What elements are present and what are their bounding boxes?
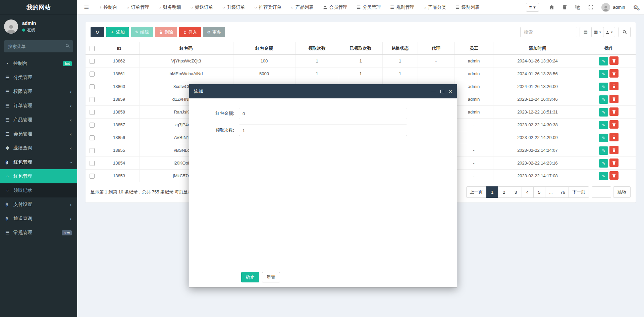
column-header[interactable]: 领取次数 xyxy=(295,42,339,55)
navbar-item[interactable]: ○产品列表 xyxy=(286,0,318,15)
row-checkbox[interactable] xyxy=(90,84,95,89)
table-search-input[interactable] xyxy=(520,27,577,37)
navbar-item[interactable]: ☰分类管理 xyxy=(352,0,386,15)
view-toggle-button[interactable]: ▤ xyxy=(580,27,592,37)
hamburger-icon[interactable]: ☰ xyxy=(84,4,89,11)
sidebar-item[interactable]: ☰权限管理‹ xyxy=(0,85,77,99)
column-header[interactable]: 兑换状态 xyxy=(382,42,418,55)
sidebar-item[interactable]: ฿支付设置‹ xyxy=(0,197,77,212)
edit-button[interactable]: ✎编辑 xyxy=(131,27,153,37)
jump-button[interactable]: 跳转 xyxy=(613,186,631,198)
row-checkbox[interactable] xyxy=(90,123,95,128)
row-delete-button[interactable] xyxy=(609,82,619,90)
row-checkbox[interactable] xyxy=(90,174,95,179)
add-button[interactable]: ＋添加 xyxy=(106,27,129,37)
page-button[interactable]: 4 xyxy=(522,186,534,198)
dialog-titlebar[interactable]: 添加 — × xyxy=(189,84,457,98)
home-button[interactable] xyxy=(549,5,554,10)
navbar-item[interactable]: 会员管理 xyxy=(318,0,352,15)
row-edit-button[interactable]: ✎ xyxy=(599,95,608,104)
row-edit-button[interactable]: ✎ xyxy=(599,108,608,117)
column-header[interactable]: 红包金额 xyxy=(233,42,295,55)
row-edit-button[interactable]: ✎ xyxy=(599,83,608,91)
close-icon[interactable]: × xyxy=(449,89,452,94)
menu-dropdown-button[interactable]: ≡▾ xyxy=(526,3,539,12)
row-delete-button[interactable] xyxy=(609,133,619,141)
column-header[interactable]: 代理 xyxy=(418,42,454,55)
field-input[interactable] xyxy=(239,108,407,119)
prev-page-button[interactable]: 上一页 xyxy=(466,186,487,198)
sidebar-item[interactable]: ☰常规管理new xyxy=(0,226,77,240)
column-header[interactable]: 员工 xyxy=(454,42,493,55)
page-button[interactable]: 2 xyxy=(498,186,510,198)
page-button[interactable]: 76 xyxy=(557,186,569,198)
row-edit-button[interactable]: ✎ xyxy=(599,70,608,78)
sidebar-search-input[interactable] xyxy=(4,40,73,52)
search-toggle-button[interactable] xyxy=(619,27,631,37)
page-button[interactable]: 1 xyxy=(486,186,498,198)
export-dropdown-button[interactable]: ▾ xyxy=(603,27,615,37)
sidebar-item[interactable]: ✱业绩查询‹ xyxy=(0,141,77,155)
row-delete-button[interactable] xyxy=(609,171,619,180)
navbar-item[interactable]: ○推荐奖订单 xyxy=(250,0,286,15)
page-button[interactable]: 5 xyxy=(533,186,545,198)
row-checkbox[interactable] xyxy=(90,110,95,115)
more-button[interactable]: ⚙更多 xyxy=(203,27,225,37)
column-header[interactable]: 操作 xyxy=(582,42,636,55)
next-page-button[interactable]: 下一页 xyxy=(569,186,589,198)
user-menu[interactable]: admin xyxy=(601,3,625,12)
trash-button[interactable] xyxy=(562,5,567,10)
maximize-icon[interactable] xyxy=(440,90,444,93)
select-all-checkbox[interactable] xyxy=(90,46,95,51)
import-button[interactable]: ↥导入 xyxy=(179,27,201,37)
navbar-item[interactable]: ○财务明细 xyxy=(154,0,186,15)
column-header[interactable]: 已领取次数 xyxy=(339,42,382,55)
row-edit-button[interactable]: ✎ xyxy=(599,146,608,155)
sidebar-item[interactable]: ◔控制台hot xyxy=(0,56,77,71)
settings-gears-icon[interactable]: ⚙⚙ xyxy=(633,4,638,10)
field-input[interactable] xyxy=(239,125,407,136)
row-delete-button[interactable] xyxy=(609,120,619,129)
row-delete-button[interactable] xyxy=(609,56,619,65)
columns-button[interactable]: ▦▾ xyxy=(591,27,603,37)
column-header[interactable]: 红包码 xyxy=(139,42,233,55)
fullscreen-button[interactable] xyxy=(588,5,593,10)
translate-button[interactable]: 文A xyxy=(575,5,580,10)
row-checkbox[interactable] xyxy=(90,161,95,166)
sidebar-item[interactable]: ฿红包管理‹ xyxy=(0,155,77,169)
row-checkbox[interactable] xyxy=(90,97,95,102)
column-header[interactable]: 添加时间 xyxy=(493,42,582,55)
row-checkbox[interactable] xyxy=(90,148,95,153)
page-button[interactable]: 3 xyxy=(510,186,522,198)
reset-button[interactable]: 重置 xyxy=(262,272,280,282)
row-edit-button[interactable]: ✎ xyxy=(599,159,608,168)
row-checkbox[interactable] xyxy=(90,72,95,77)
row-edit-button[interactable]: ✎ xyxy=(599,172,608,180)
jump-page-input[interactable] xyxy=(592,186,611,198)
page-ellipsis[interactable]: ... xyxy=(545,186,557,198)
delete-button[interactable]: 删除 xyxy=(155,27,177,37)
row-delete-button[interactable] xyxy=(609,146,619,154)
navbar-item[interactable]: ◔控制台 xyxy=(94,0,122,15)
navbar-item[interactable]: ☰级别列表 xyxy=(451,0,484,15)
row-edit-button[interactable]: ✎ xyxy=(599,134,608,142)
row-checkbox[interactable] xyxy=(90,135,95,140)
row-delete-button[interactable] xyxy=(609,69,619,78)
row-delete-button[interactable] xyxy=(609,95,619,103)
sidebar-item[interactable]: ○领取记录 xyxy=(0,183,77,197)
navbar-item[interactable]: ○订单管理 xyxy=(122,0,154,15)
row-edit-button[interactable]: ✎ xyxy=(599,57,608,65)
row-edit-button[interactable]: ✎ xyxy=(599,121,608,129)
navbar-item[interactable]: ○升级订单 xyxy=(218,0,250,15)
refresh-button[interactable]: ↻ xyxy=(91,27,104,37)
confirm-button[interactable]: 确定 xyxy=(241,272,259,282)
navbar-item[interactable]: ○产品分类 xyxy=(419,0,451,15)
sidebar-item[interactable]: ☰分类管理 xyxy=(0,71,77,85)
row-checkbox[interactable] xyxy=(90,59,95,64)
row-delete-button[interactable] xyxy=(609,107,619,116)
navbar-item[interactable]: ☰规则管理 xyxy=(385,0,419,15)
minimize-icon[interactable]: — xyxy=(431,89,436,94)
row-delete-button[interactable] xyxy=(609,158,619,167)
column-header[interactable]: ID xyxy=(99,42,139,55)
sidebar-item[interactable]: ฿通道查询‹ xyxy=(0,212,77,226)
